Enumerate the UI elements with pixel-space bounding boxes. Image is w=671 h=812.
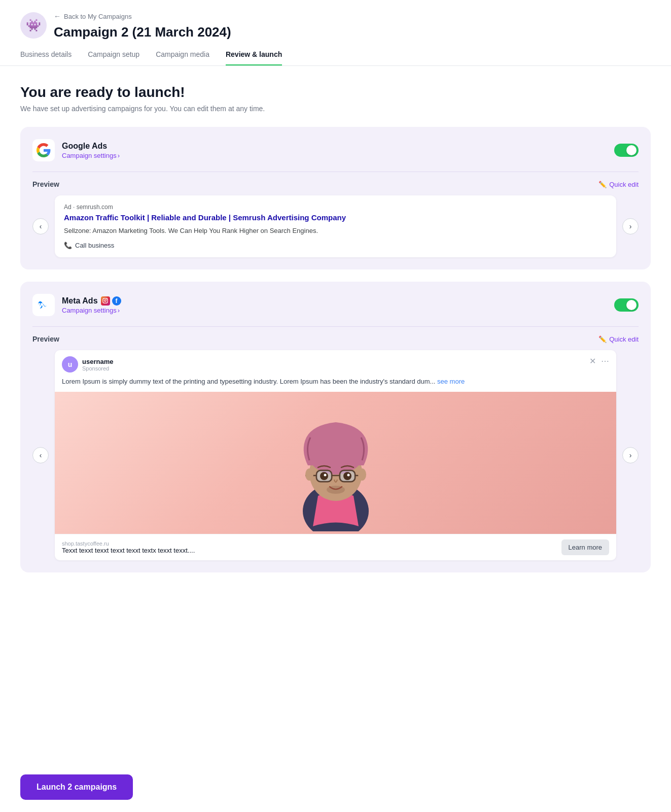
google-quick-edit-button[interactable]: ✏️ Quick edit <box>598 181 639 188</box>
svg-point-16 <box>324 473 326 476</box>
learn-more-button[interactable]: Learn more <box>561 539 609 555</box>
tab-business-details[interactable]: Business details <box>20 50 72 65</box>
divider <box>32 172 639 172</box>
page-header: 👾 ← Back to My Campaigns Campaign 2 (21 … <box>0 0 671 66</box>
svg-point-18 <box>327 486 345 494</box>
close-icon[interactable]: ✕ <box>589 356 596 366</box>
platform-badges: f <box>101 296 121 306</box>
google-preview-label: Preview <box>32 180 59 188</box>
google-ad-title: Amazon Traffic Toolkit | Reliable and Du… <box>64 213 607 223</box>
google-platform-icon <box>32 139 55 161</box>
google-ad-preview: Ad · semrush.com Amazon Traffic Toolkit … <box>55 195 616 257</box>
svg-point-15 <box>343 472 351 480</box>
meta-campaign-settings-link[interactable]: Campaign settings › <box>62 307 121 314</box>
meta-ad-preview: u username Sponsored ✕ ⋯ Lorem Ipsum <box>55 350 616 560</box>
meta-carousel-next-button[interactable]: › <box>622 447 639 463</box>
meta-sponsored-label: Sponsored <box>82 365 113 371</box>
meta-ads-card: Meta Ads f Campaign settings › <box>20 282 651 572</box>
phone-icon: 📞 <box>64 242 72 249</box>
svg-point-14 <box>320 472 328 480</box>
google-carousel-next-button[interactable]: › <box>622 218 639 234</box>
meta-ad-actions: ✕ ⋯ <box>589 356 609 366</box>
google-ad-description: Sellzone: Amazon Marketing Tools. We Can… <box>64 226 607 236</box>
meta-carousel-prev-button[interactable]: ‹ <box>32 447 49 463</box>
google-preview-carousel: ‹ Ad · semrush.com Amazon Traffic Toolki… <box>32 195 639 257</box>
svg-point-17 <box>347 473 349 476</box>
app-logo: 👾 <box>20 12 47 39</box>
character-svg <box>285 394 386 531</box>
meta-shop-ad-text: Texxt texxt texxt texxt texxt textx texx… <box>62 547 195 554</box>
svg-point-1 <box>104 300 107 302</box>
page-subtext: We have set up advertising campaigns for… <box>20 105 651 113</box>
meta-toggle-knob <box>626 300 637 310</box>
google-ads-toggle[interactable] <box>614 144 639 157</box>
more-options-icon[interactable]: ⋯ <box>601 356 609 366</box>
google-ads-name: Google Ads <box>62 142 120 151</box>
meta-ad-image <box>55 392 616 534</box>
google-ad-cta: 📞 Call business <box>64 242 607 249</box>
google-preview-section: Preview ✏️ Quick edit ‹ Ad · semrush.com… <box>32 180 639 257</box>
meta-ads-toggle[interactable] <box>614 298 639 312</box>
meta-ad-header: u username Sponsored ✕ ⋯ <box>55 350 616 377</box>
meta-platform-icon-wrapper <box>32 294 55 316</box>
pencil-icon: ✏️ <box>598 181 607 188</box>
meta-icon <box>37 298 51 312</box>
meta-ads-name: Meta Ads f <box>62 296 121 306</box>
meta-divider <box>32 326 639 327</box>
tab-campaign-setup[interactable]: Campaign setup <box>88 50 139 65</box>
google-campaign-settings-link[interactable]: Campaign settings › <box>62 152 120 159</box>
instagram-badge-icon <box>101 296 110 306</box>
svg-point-2 <box>107 299 107 299</box>
meta-user-avatar: u <box>62 356 78 373</box>
tab-campaign-media[interactable]: Campaign media <box>156 50 209 65</box>
nav-tabs: Business details Campaign setup Campaign… <box>20 50 651 65</box>
google-carousel-prev-button[interactable]: ‹ <box>32 218 49 234</box>
meta-preview-label: Preview <box>32 335 59 343</box>
toggle-knob <box>626 145 637 155</box>
meta-ad-bottom: shop.tastycoffee.ru Texxt texxt texxt te… <box>55 534 616 560</box>
svg-point-19 <box>305 468 313 481</box>
tab-review-launch[interactable]: Review & launch <box>226 50 282 65</box>
back-link[interactable]: ← Back to My Campaigns <box>54 12 651 20</box>
meta-preview-section: Preview ✏️ Quick edit ‹ u username Spons… <box>32 335 639 560</box>
meta-pencil-icon: ✏️ <box>598 335 607 343</box>
meta-quick-edit-button[interactable]: ✏️ Quick edit <box>598 335 639 343</box>
see-more-link[interactable]: see more <box>437 378 465 385</box>
meta-preview-carousel: ‹ u username Sponsored ✕ ⋯ <box>32 350 639 560</box>
launch-bar: Launch 2 campaigns <box>0 762 671 812</box>
svg-point-20 <box>358 468 366 481</box>
meta-ad-body: Lorem Ipsum is simply dummy text of the … <box>55 377 616 392</box>
google-g-icon <box>37 143 51 157</box>
back-label: Back to My Campaigns <box>64 13 132 20</box>
meta-shop-url: shop.tastycoffee.ru <box>62 540 195 547</box>
page-heading: You are ready to launch! <box>20 84 651 100</box>
google-ads-card: Google Ads Campaign settings › Preview ✏… <box>20 127 651 269</box>
launch-campaigns-button[interactable]: Launch 2 campaigns <box>20 774 133 800</box>
google-ad-source: Ad · semrush.com <box>64 204 607 211</box>
back-arrow-icon: ← <box>54 12 61 20</box>
main-content: You are ready to launch! We have set up … <box>0 66 671 646</box>
facebook-badge-icon: f <box>112 296 121 306</box>
campaign-title: Campaign 2 (21 March 2024) <box>54 24 651 40</box>
meta-username: username <box>82 358 113 365</box>
